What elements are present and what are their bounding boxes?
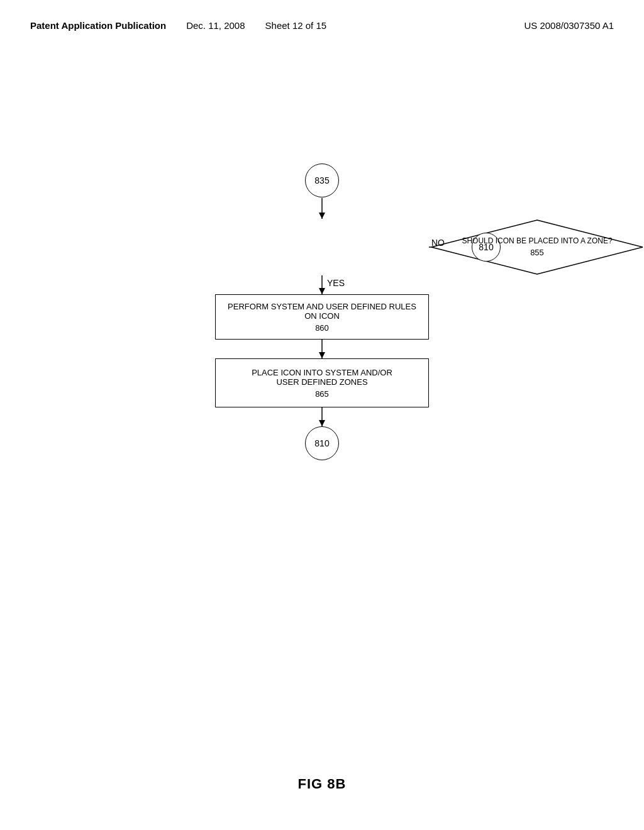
node-810-bottom: 810 [305,426,339,460]
figure-label: FIG 8B [298,776,347,792]
publication-title: Patent Application Publication [30,20,166,31]
svg-marker-7 [319,420,325,426]
node-860-text1: PERFORM SYSTEM AND USER DEFINED RULES [228,302,416,311]
no-label: NO [431,238,445,248]
patent-number: US 2008/0307350 A1 [524,20,614,31]
page-header: Patent Application Publication Dec. 11, … [0,0,644,31]
node-855-text1: SHOULD ICON BE PLACED INTO A ZONE? [462,236,612,246]
svg-marker-1 [319,213,325,219]
node-860-text2: ON ICON [304,311,340,321]
node-865-label: 865 [315,389,329,399]
publication-date: Dec. 11, 2008 [186,20,245,31]
node-855: SHOULD ICON BE PLACED INTO A ZONE? 855 [430,219,644,275]
node-865: PLACE ICON INTO SYSTEM AND/OR USER DEFIN… [215,358,429,407]
sheet-info: Sheet 12 of 15 [265,20,327,31]
node-860: PERFORM SYSTEM AND USER DEFINED RULES ON… [215,294,429,340]
svg-marker-3 [319,288,325,294]
diagram-area: 835 SHOULD ICON BE PLACED INTO A ZONE? 8… [0,82,644,138]
svg-marker-5 [319,352,325,358]
node-865-text1: PLACE ICON INTO SYSTEM AND/OR [252,368,392,377]
node-860-label: 860 [315,323,329,333]
node-855-label: 855 [462,247,612,258]
yes-label: YES [327,278,345,288]
node-865-text2: USER DEFINED ZONES [276,377,367,387]
node-835: 835 [305,163,339,197]
